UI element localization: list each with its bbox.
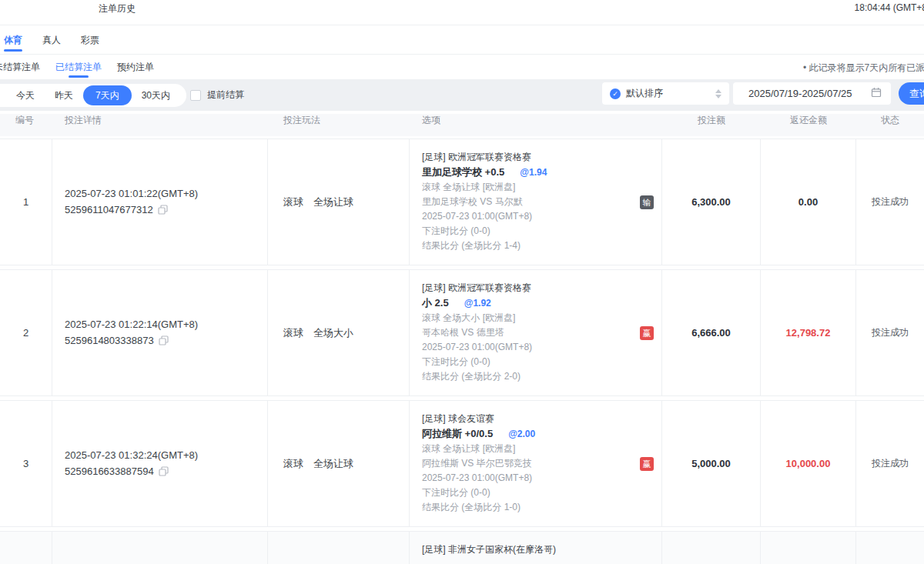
match-time: 2025-07-23 01:00(GMT+8) [422,471,640,486]
stake-amount: 6,300.00 [662,139,761,265]
col-stake: 投注额 [662,114,761,136]
bet-time: 2025-07-23 01:01:22(GMT+8) [65,185,267,202]
row-number: 1 [0,139,52,265]
bet-history-table: 编号 投注详情 投注玩法 选项 投注额 返还金额 状态 1 2025-07-23… [0,114,924,564]
odds: @2.00 [508,429,535,439]
sort-arrows-icon [715,89,721,98]
result-badge-win: 赢 [640,326,654,340]
table-row: 3 2025-07-23 01:32:24(GMT+8) 52596166338… [0,400,924,527]
range-7days[interactable]: 7天内 [83,85,132,105]
tab-live[interactable]: 真人 [42,26,61,55]
early-settle-checkbox[interactable] [190,90,201,101]
row-number: 3 [0,401,52,526]
payout-amount: 10,000.00 [761,401,856,526]
odds: @1.94 [520,167,547,178]
market: 滚球 全场大小 [欧洲盘] [422,311,640,325]
payout-amount: 12,798.72 [761,270,856,395]
payout-amount: 0.00 [761,139,856,265]
status-text [856,532,924,564]
bet-detail-cell [52,532,268,564]
query-button[interactable]: 查询 [899,82,924,105]
play-cell [268,532,410,564]
result-badge-win: 赢 [640,457,654,471]
tab-lottery[interactable]: 彩票 [81,26,99,55]
selection: 阿拉维斯 +0/0.5 [422,428,493,439]
play-cell: 滚球 全场让球 [268,139,410,265]
early-settle-filter: 提前结算 [190,79,244,111]
col-status: 状态 [856,114,924,136]
stake-amount: 5,000.00 [662,401,761,526]
col-payout: 返还金额 [761,114,856,136]
payout-amount [761,532,856,564]
bet-time: 2025-07-23 01:22:14(GMT+8) [65,316,267,332]
subtab-settled[interactable]: 已结算注单 [55,55,102,79]
col-play: 投注玩法 [268,114,410,136]
option-cell: [足球] 球会友谊赛 阿拉维斯 +0/0.5@2.00 滚球 全场让球 [欧洲盘… [410,401,662,526]
sort-select[interactable]: ✓ 默认排序 [602,82,729,105]
copy-icon[interactable] [159,334,169,350]
play-cell: 滚球 全场让球 [268,401,410,526]
bet-detail-cell: 2025-07-23 01:32:24(GMT+8) 5259616633887… [52,401,268,526]
play-market: 全场让球 [313,195,353,209]
range-yesterday[interactable]: 昨天 [45,85,83,105]
play-type: 滚球 [283,457,303,471]
copy-icon[interactable] [159,465,169,481]
row-number [0,532,52,564]
play-type: 滚球 [283,195,303,209]
copy-icon[interactable] [158,203,168,219]
play-type: 滚球 [283,326,303,340]
subtab-unsettled[interactable]: 未结算注单 [0,55,40,79]
selection: 里加足球学校 +0.5 [422,166,504,178]
date-range-value: 2025/07/19-2025/07/25 [748,88,852,99]
row-number: 2 [0,270,52,395]
bet-id-line: 5259616633887594 [65,463,267,481]
status-text: 投注成功 [856,139,924,265]
status-text: 投注成功 [856,401,924,526]
play-cell: 滚球 全场大小 [268,270,410,395]
range-30days[interactable]: 30天内 [132,85,180,105]
match: 里加足球学校 VS 马尔默 [422,195,640,209]
subtab-scheduled[interactable]: 预约注单 [117,55,154,79]
bet-id: 5259616633887594 [65,466,154,477]
sub-tabs: 未结算注单 已结算注单 预约注单 [0,55,924,79]
status-text: 投注成功 [856,270,924,395]
check-circle-icon: ✓ [610,88,621,99]
tab-sports[interactable]: 体育 [4,26,22,55]
col-no: 编号 [0,114,52,136]
range-today[interactable]: 今天 [6,85,45,105]
match: 哥本哈根 VS 德里塔 [422,325,640,340]
result-score: 结果比分 (全场比分 1-4) [422,239,640,253]
score-at-bet: 下注时比分 (0-0) [422,224,640,239]
table-header: 编号 投注详情 投注玩法 选项 投注额 返还金额 状态 [0,114,924,136]
calendar-icon [871,87,882,100]
play-market: 全场大小 [313,326,353,340]
col-option: 选项 [410,114,662,136]
market: 滚球 全场让球 [欧洲盘] [422,180,640,195]
league: [足球] 欧洲冠军联赛资格赛 [422,281,640,295]
bet-id: 5259614803338873 [65,335,154,346]
market: 滚球 全场让球 [欧洲盘] [422,442,640,456]
stake-amount: 6,666.00 [662,270,761,395]
odds: @1.92 [464,298,491,309]
bet-id-line: 5259611047677312 [65,202,267,219]
league: [足球] 非洲女子国家杯(在摩洛哥) [422,542,640,557]
col-detail: 投注详情 [52,114,268,136]
play-market: 全场让球 [313,457,353,471]
score-at-bet: 下注时比分 (0-0) [422,355,640,369]
result-score: 结果比分 (全场比分 1-0) [422,500,640,515]
table-row: [足球] 非洲女子国家杯(在摩洛哥) [0,531,924,564]
selection: 小 2.5 [422,297,449,309]
early-settle-label[interactable]: 提前结算 [207,88,244,102]
option-cell: [足球] 欧洲冠军联赛资格赛 里加足球学校 +0.5@1.94 滚球 全场让球 … [410,139,662,265]
option-cell: [足球] 非洲女子国家杯(在摩洛哥) [410,532,662,564]
table-row: 1 2025-07-23 01:01:22(GMT+8) 52596110476… [0,138,924,265]
date-range-picker[interactable]: 2025/07/19-2025/07/25 [733,82,891,105]
bet-id-line: 5259614803338873 [65,332,267,350]
main-tabs: 体育 真人 彩票 [0,26,924,55]
score-at-bet: 下注时比分 (0-0) [422,486,640,500]
records-notice: • 此记录将显示7天内所有已派彩的 [803,62,924,75]
result-score: 结果比分 (全场比分 2-0) [422,369,640,384]
title-bar: 注单历史 18:04:44 (GMT+8 [0,0,924,25]
match: 阿拉维斯 VS 毕尔巴鄂竞技 [422,456,640,471]
bet-detail-cell: 2025-07-23 01:01:22(GMT+8) 5259611047677… [52,139,268,265]
